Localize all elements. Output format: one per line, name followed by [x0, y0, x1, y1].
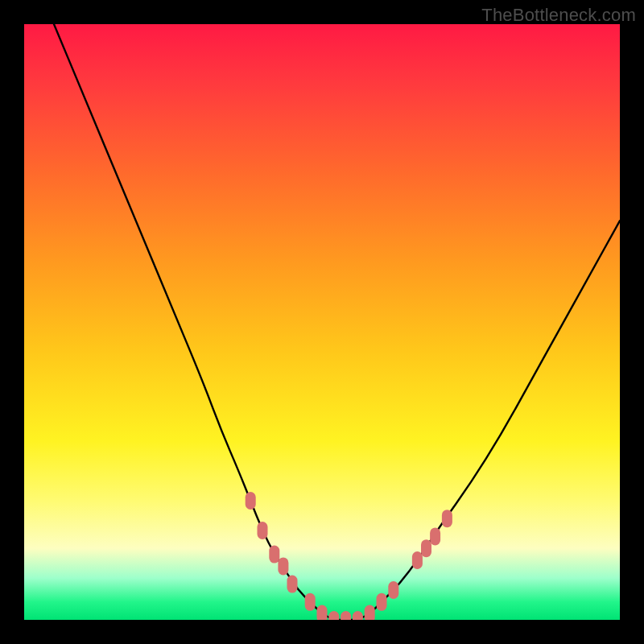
curve-marker	[412, 551, 423, 569]
watermark-text: TheBottleneck.com	[481, 5, 636, 26]
curve-marker	[269, 546, 279, 564]
curve-marker	[421, 539, 431, 557]
plot-area	[24, 24, 620, 620]
curve-marker	[246, 492, 256, 510]
curve-marker	[287, 576, 298, 593]
curve-marker	[278, 557, 288, 575]
curve-layer	[24, 24, 620, 620]
curve-marker	[317, 605, 328, 620]
bottleneck-curve	[54, 24, 620, 620]
curve-marker	[341, 611, 351, 620]
curve-marker	[442, 510, 452, 527]
chart-frame: TheBottleneck.com	[0, 0, 644, 644]
curve-marker	[328, 611, 339, 620]
curve-marker	[377, 593, 387, 611]
curve-marker	[305, 593, 316, 611]
curve-marker	[430, 527, 440, 545]
curve-marker	[388, 581, 398, 599]
marker-group	[246, 492, 452, 620]
curve-marker	[353, 611, 363, 620]
curve-marker	[258, 522, 268, 539]
curve-marker	[365, 605, 375, 620]
